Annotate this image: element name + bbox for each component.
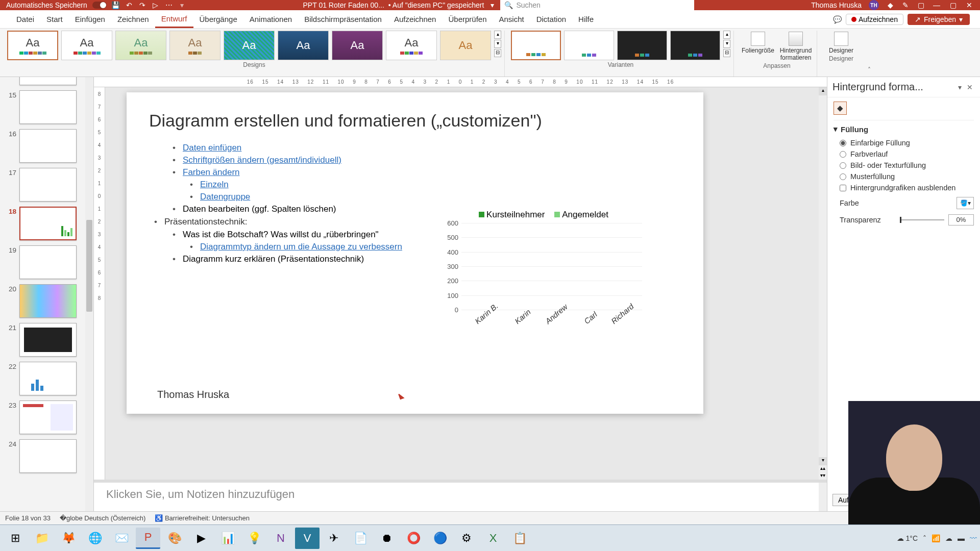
taskbar-app-1[interactable]: 🎨 <box>162 528 187 549</box>
search-box[interactable]: 🔍 Suchen <box>500 0 694 11</box>
theme-tile-6[interactable]: Aa <box>278 31 329 60</box>
close-button[interactable]: ✕ <box>965 1 974 10</box>
scroll-down-button[interactable]: ▾ <box>819 457 827 465</box>
filename[interactable]: PPT 01 Roter Faden 00... <box>303 1 384 9</box>
slide-author[interactable]: Thomas Hruska <box>157 389 229 400</box>
thumbnail-partial[interactable] <box>4 77 83 85</box>
theme-tile-5[interactable]: Aa <box>224 31 275 60</box>
saved-location[interactable]: • Auf "diesem PC" gespeichert <box>388 1 484 9</box>
variants-more[interactable]: ⊟ <box>723 49 730 57</box>
fill-solid-radio[interactable] <box>840 140 846 146</box>
fill-pattern-radio[interactable] <box>840 173 846 180</box>
fill-picture-option[interactable]: Bild- oder Texturfüllung <box>840 161 974 169</box>
variant-tile-2[interactable] <box>564 31 614 60</box>
slide-chart[interactable]: Kursteilnehmer Angemeldet 01002003004005… <box>438 210 642 342</box>
taskbar-settings[interactable]: ⚙ <box>454 528 479 549</box>
tab-einfuegen[interactable]: Einfügen <box>69 10 111 28</box>
filename-dropdown-icon[interactable]: ▾ <box>488 1 496 9</box>
fill-picture-radio[interactable] <box>840 162 846 169</box>
theme-tile-7[interactable]: Aa <box>332 31 383 60</box>
taskbar-app-8[interactable]: 📋 <box>507 528 532 549</box>
tray-icon-1[interactable]: 📶 <box>932 534 940 542</box>
taskbar-excel[interactable]: X <box>481 528 505 549</box>
variants-scroll-up[interactable]: ▴ <box>723 31 730 39</box>
present-start-icon[interactable]: ▷ <box>152 1 160 9</box>
undo-icon[interactable]: ↶ <box>125 1 133 9</box>
tab-entwurf[interactable]: Entwurf <box>155 10 193 28</box>
theme-tile-2[interactable]: Aa <box>61 31 112 60</box>
window-icon[interactable]: ▢ <box>917 1 925 9</box>
taskbar-obs[interactable]: ⏺ <box>375 528 399 549</box>
tab-datei[interactable]: Datei <box>10 10 40 28</box>
thumbnail-15[interactable]: 15 <box>4 90 83 124</box>
qat-dropdown-icon[interactable]: ▾ <box>178 1 186 9</box>
redo-icon[interactable]: ↷ <box>138 1 146 9</box>
tab-zeichnen[interactable]: Zeichnen <box>111 10 155 28</box>
slide-bullet[interactable]: Schriftgrößen ändern (gesamt/individuell… <box>183 155 681 165</box>
thumbnail-image[interactable] <box>19 168 77 202</box>
thumbnail-image[interactable] <box>19 400 77 434</box>
taskbar-firefox[interactable]: 🦊 <box>56 528 81 549</box>
hide-bg-option[interactable]: Hintergrundgrafiken ausblenden <box>840 184 974 192</box>
slide-title[interactable]: Diagramm erstellen und formatieren („cus… <box>149 111 681 131</box>
diamond-icon[interactable]: ◆ <box>886 1 894 9</box>
more-qat-icon[interactable]: ⋯ <box>165 1 173 9</box>
tray-icon-3[interactable]: 〰 <box>970 534 977 542</box>
slide-bullet[interactable]: Farben ändern <box>183 167 681 178</box>
variant-tile-3[interactable] <box>617 31 667 60</box>
user-avatar[interactable]: TH <box>869 0 879 10</box>
taskbar-app-6[interactable]: ⭕ <box>401 528 426 549</box>
minimize-button[interactable]: — <box>932 1 941 10</box>
tab-uebergaenge[interactable]: Übergänge <box>193 10 243 28</box>
tray-expand-icon[interactable]: ˄ <box>923 534 926 542</box>
fill-section-header[interactable]: ▾Füllung <box>834 124 974 134</box>
panel-close-icon[interactable]: ✕ <box>965 83 975 91</box>
transparency-value[interactable]: 0% <box>948 214 974 226</box>
theme-tile-3[interactable]: Aa <box>115 31 166 60</box>
variants-scroll-down[interactable]: ▾ <box>723 40 730 48</box>
thumbnail-22[interactable]: 22 <box>4 362 83 395</box>
notes-pane[interactable]: Klicken Sie, um Notizen hinzuzufügen <box>94 483 827 511</box>
tab-aufzeichnen[interactable]: Aufzeichnen <box>388 10 443 28</box>
slide-bullet[interactable]: Daten einfügen <box>183 143 681 153</box>
share-dropdown-icon[interactable]: ▾ <box>959 15 963 23</box>
thumbnail-scroll-handle[interactable] <box>86 220 92 312</box>
thumbnail-image[interactable] <box>19 439 77 473</box>
thumbnail-image[interactable] <box>19 129 77 163</box>
tray-icon-2[interactable]: ▬ <box>958 534 965 542</box>
fill-gradient-radio[interactable] <box>840 151 846 158</box>
transparency-slider[interactable] <box>900 219 944 220</box>
taskbar-telegram[interactable]: ✈ <box>322 528 346 549</box>
tab-bildschirmpraesentation[interactable]: Bildschirmpräsentation <box>298 10 388 28</box>
thumbnail-19[interactable]: 19 <box>4 245 83 279</box>
share-button[interactable]: ↗Freigeben▾ <box>908 14 970 25</box>
themes-scroll-down[interactable]: ▾ <box>494 40 501 48</box>
thumbnail-image[interactable] <box>19 362 77 395</box>
vertical-ruler[interactable]: 87654321012345678 <box>94 87 105 480</box>
language-indicator[interactable]: �globe Deutsch (Österreich) <box>60 514 145 522</box>
panel-options-icon[interactable]: ▾ <box>954 83 965 91</box>
pen-icon[interactable]: ✎ <box>901 1 910 9</box>
prev-slide-button[interactable]: ▴▴ <box>819 465 827 472</box>
user-name[interactable]: Thomas Hruska <box>811 1 862 9</box>
theme-tile-4[interactable]: Aa <box>169 31 220 60</box>
tab-animationen[interactable]: Animationen <box>243 10 298 28</box>
slide-bullet[interactable]: Datengruppe <box>200 192 681 202</box>
thumbnail-20[interactable]: 20 <box>4 284 83 318</box>
comments-icon[interactable]: 💬 <box>834 15 842 23</box>
next-slide-button[interactable]: ▾▾ <box>819 472 827 480</box>
slide-counter[interactable]: Folie 18 von 33 <box>5 514 51 522</box>
scroll-up-button[interactable]: ▴ <box>819 87 827 95</box>
format-background-button[interactable]: Hintergrund formatieren <box>778 31 814 61</box>
thumbnail-21[interactable]: 21 <box>4 323 83 357</box>
theme-tile-1[interactable]: Aa <box>7 31 58 60</box>
ribbon-collapse-button[interactable]: ˄ <box>865 66 873 74</box>
horizontal-ruler[interactable]: 1615141312111098765432101234567891011121… <box>94 77 827 87</box>
fill-gradient-option[interactable]: Farbverlauf <box>840 150 974 158</box>
thumbnail-17[interactable]: 17 <box>4 168 83 202</box>
thumbnail-image[interactable] <box>19 284 77 318</box>
tab-ueberpruefen[interactable]: Überprüfen <box>442 10 493 28</box>
fill-category-icon[interactable]: ◆ <box>834 102 847 115</box>
slide-bullet[interactable]: Einzeln <box>200 180 681 190</box>
fill-solid-option[interactable]: Einfarbige Füllung <box>840 139 974 147</box>
